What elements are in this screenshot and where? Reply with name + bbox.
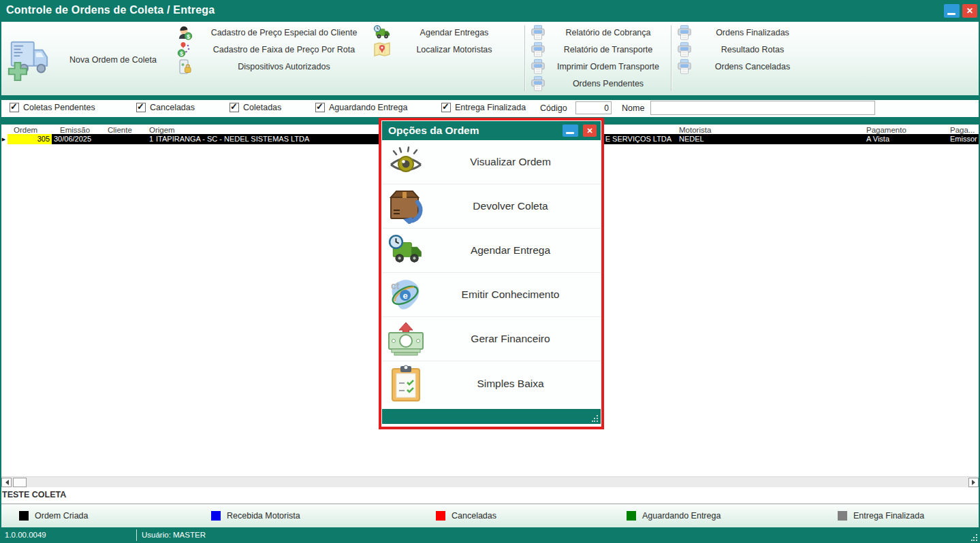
opcoes-da-ordem-dialog: Opções da Ordem ✕	[379, 118, 604, 429]
dialog-item-visualizar-ordem[interactable]: Visualizar Ordem	[382, 140, 601, 184]
dialog-footer	[382, 409, 601, 424]
row-marker-icon: ▶	[0, 134, 7, 144]
cell-origem: ITAPIRANGA - SC - NEDEL SISTEMAS LTDA	[156, 134, 309, 144]
scroll-left-button[interactable]	[1, 478, 12, 487]
toolbar-label: Ordens Pendentes	[547, 79, 669, 88]
dialog-item-emitir-conhecimento[interactable]: ct e Emitir Conhecimento	[382, 273, 601, 317]
checkbox-coletadas[interactable]: ✓ Coletadas	[230, 103, 281, 112]
toolbar-separator	[671, 25, 672, 91]
toolbar-group-cadastros: $ Cadastro de Preço Especial do Cliente …	[176, 24, 375, 75]
current-user: Usuário: MASTER	[142, 531, 206, 539]
column-header-origem: Origem	[149, 126, 175, 134]
codigo-input[interactable]	[575, 101, 612, 114]
cell-motorista: NEDEL	[679, 134, 704, 144]
scroll-right-button[interactable]	[968, 478, 979, 487]
truck-clock-icon	[373, 24, 391, 41]
filter-bar: ✓ Coletas Pendentes ✓ Canceladas ✓ Colet…	[0, 100, 980, 117]
money-up-icon	[382, 322, 430, 356]
cell-pagador: Emissor	[950, 134, 977, 144]
codigo-label: Código	[540, 103, 567, 113]
toolbar-label: Localizar Motoristas	[391, 45, 518, 54]
toolbar-button-agendar-entregas[interactable]: Agendar Entregas	[373, 24, 518, 41]
column-header-emissao: Emissão	[60, 126, 90, 134]
dialog-item-simples-baixa[interactable]: Simples Baixa	[382, 361, 601, 406]
checkbox-entrega-finalizada[interactable]: ✓ Entrega Finalizada	[441, 103, 526, 112]
toolbar-button-localizar-motoristas[interactable]: Localizar Motoristas	[373, 41, 518, 58]
toolbar-button-ordens-pendentes[interactable]: Ordens Pendentes	[529, 75, 669, 92]
checkbox-icon: ✓	[315, 103, 325, 112]
minimize-button[interactable]	[944, 4, 960, 18]
cell-cliente: 1	[136, 134, 153, 144]
column-header-motorista: Motorista	[679, 126, 711, 134]
legend-item: Recebida Motorista	[211, 511, 300, 521]
cell-emissao: 30/06/2025	[54, 134, 91, 144]
toolbar-group-relatorios: Relatório de Cobrança Relatório de Trans…	[529, 24, 669, 92]
svg-text:ct: ct	[391, 280, 400, 291]
toolbar-label: Relatório de Cobrança	[547, 28, 669, 37]
statusbar-divider	[136, 529, 137, 541]
dialog-item-gerar-financeiro[interactable]: Gerar Financeiro	[382, 317, 601, 361]
toolbar-button-dispositivos-autorizados[interactable]: Dispositivos Autorizados	[176, 58, 375, 75]
toolbar-group-agendamento: Agendar Entregas Localizar Motoristas	[373, 24, 518, 58]
truck-plus-icon	[5, 37, 50, 83]
column-header-cliente: Cliente	[108, 126, 132, 134]
dialog-close-button[interactable]: ✕	[583, 125, 597, 137]
toolbar-button-nova-ordem[interactable]: Nova Ordem de Coleta	[5, 36, 157, 84]
checkbox-canceladas[interactable]: ✓ Canceladas	[136, 103, 195, 112]
legend-swatch-red	[436, 511, 445, 521]
toolbar-button-ordens-canceladas[interactable]: Ordens Canceladas	[676, 58, 812, 75]
toolbar-label: Agendar Entregas	[391, 28, 518, 37]
dialog-resize-grip-icon[interactable]	[592, 415, 599, 422]
svg-text:$: $	[180, 50, 183, 56]
dialog-menu: Visualizar Ordem Devolver Coleta	[382, 140, 601, 406]
dialog-item-devolver-coleta[interactable]: Devolver Coleta	[382, 184, 601, 229]
nome-input[interactable]	[650, 101, 875, 115]
toolbar-button-imprimir-ordem-transporte[interactable]: Imprimir Ordem Transporte	[529, 58, 669, 75]
printer-icon	[676, 42, 693, 58]
main-toolbar: Nova Ordem de Coleta $ Cadastro de Preço…	[0, 22, 980, 95]
title-bar: Controle de Ordens de Coleta / Entrega ✕	[0, 0, 980, 22]
checkbox-icon: ✓	[441, 103, 451, 112]
column-header-pagador: Paga...	[950, 126, 975, 134]
dialog-minimize-button[interactable]	[563, 125, 578, 137]
legend-item: Ordem Criada	[19, 511, 89, 521]
toolbar-separator	[524, 25, 526, 91]
toolbar-button-ordens-finalizadas[interactable]: Ordens Finalizadas	[676, 24, 812, 41]
toolbar-button-resultado-rotas[interactable]: Resultado Rotas	[676, 41, 812, 58]
horizontal-scrollbar[interactable]	[0, 476, 980, 487]
window-title: Controle de Ordens de Coleta / Entrega	[6, 4, 215, 16]
checkbox-icon: ✓	[10, 103, 19, 112]
column-header-ordem: Ordem	[14, 126, 37, 134]
toolbar-button-relatorio-transporte[interactable]: Relatório de Transporte	[529, 41, 669, 58]
legend-swatch-green	[627, 511, 636, 521]
scroll-left-icon	[3, 480, 9, 485]
toolbar-button-relatorio-cobranca[interactable]: Relatório de Cobrança	[529, 24, 669, 41]
scroll-right-icon	[972, 480, 978, 485]
route-price-icon: $	[176, 42, 193, 58]
checkbox-aguardando-entrega[interactable]: ✓ Aguardando Entrega	[315, 103, 407, 112]
app-version: 1.0.00.0049	[5, 531, 46, 539]
toolbar-button-cadastro-faixa-rota[interactable]: $ Cadastro de Faixa de Preço Por Rota	[176, 41, 375, 58]
legend-item: Entrega Finalizada	[838, 511, 924, 521]
legend-swatch-gray	[838, 511, 847, 521]
toolbar-label: Nova Ordem de Coleta	[69, 55, 157, 65]
scrollbar-thumb[interactable]	[13, 478, 27, 487]
map-pin-icon	[373, 42, 391, 58]
printer-icon	[676, 24, 693, 41]
checkbox-coletas-pendentes[interactable]: ✓ Coletas Pendentes	[10, 103, 95, 112]
toolbar-label: Ordens Finalizadas	[693, 28, 812, 37]
status-bar: 1.0.00.0049 Usuário: MASTER	[0, 527, 980, 543]
toolbar-label: Relatório de Transporte	[547, 45, 669, 54]
legend-item: Aguardando Entrega	[627, 511, 721, 521]
legend-item: Canceladas	[436, 511, 496, 521]
toolbar-label: Imprimir Ordem Transporte	[547, 62, 669, 71]
close-button[interactable]: ✕	[962, 4, 977, 18]
truck-clock-icon	[382, 234, 430, 267]
status-legend: Ordem Criada Recebida Motorista Cancelad…	[0, 504, 980, 527]
clipboard-check-icon	[382, 365, 430, 403]
toolbar-button-cadastro-preco-cliente[interactable]: $ Cadastro de Preço Especial do Cliente	[176, 24, 375, 41]
resize-grip-icon[interactable]	[971, 534, 978, 541]
toolbar-label: Cadastro de Preço Especial do Cliente	[193, 28, 375, 37]
dialog-item-agendar-entrega[interactable]: Agendar Entrega	[382, 229, 601, 273]
cte-brazil-icon: ct e	[382, 278, 430, 312]
